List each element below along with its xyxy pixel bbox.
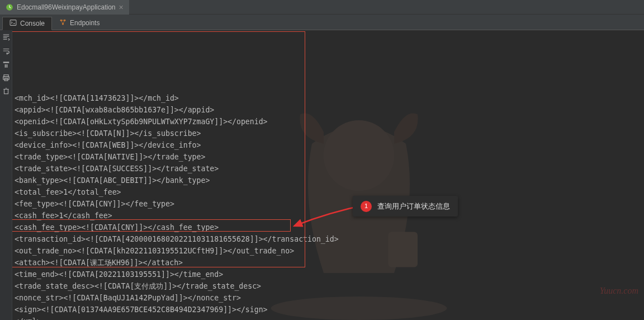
- tab-title: Edocmall96WeixinpayApplication: [17, 3, 116, 11]
- xml-line: <attach><![CDATA[课工场KH96]]></attach>: [15, 257, 642, 269]
- xml-line: <appid><![CDATA[wxab8acb865bb1637e]]></a…: [15, 104, 642, 116]
- scroll-to-end-icon[interactable]: [2, 34, 10, 41]
- print-icon[interactable]: [2, 74, 10, 82]
- console-icon: [10, 19, 17, 28]
- xml-line: <nonce_str><![CDATA[BaqUJ1A142PupYad]]><…: [15, 292, 642, 304]
- xml-line: <bank_type><![CDATA[ABC_DEBIT]]></bank_t…: [15, 175, 642, 186]
- tab-console[interactable]: Console: [2, 17, 52, 30]
- file-tab[interactable]: Edocmall96WeixinpayApplication ×: [0, 0, 129, 15]
- xml-line: <out_trade_no><![CDATA[kh20221103195512U…: [15, 245, 642, 257]
- xml-line: <sign><![CDATA[01374AA9E657BCE452C8B494D…: [15, 304, 642, 316]
- tab-endpoints[interactable]: Endpoints: [52, 16, 107, 30]
- soft-wrap-icon[interactable]: [2, 47, 10, 55]
- svg-rect-1: [10, 20, 16, 26]
- svg-rect-7: [6, 64, 7, 68]
- xml-line: <trade_type><![CDATA[NATIVE]]></trade_ty…: [15, 151, 642, 163]
- tool-gutter: [0, 30, 12, 320]
- console-label: Console: [20, 20, 45, 27]
- annotation-badge: 1: [361, 201, 372, 212]
- xml-line: <fee_type><![CDATA[CNY]]></fee_type>: [15, 198, 642, 210]
- xml-line: <transaction_id><![CDATA[420000168020221…: [15, 233, 642, 245]
- watermark: Yuucn.com: [600, 285, 638, 297]
- xml-line: <device_info><![CDATA[WEB]]></device_inf…: [15, 139, 642, 151]
- clear-icon[interactable]: [2, 87, 10, 95]
- endpoints-icon: [59, 18, 67, 27]
- close-icon[interactable]: ×: [119, 3, 124, 11]
- svg-rect-5: [3, 62, 9, 63]
- console-output[interactable]: <mch_id><![CDATA[11473623]]></mch_id><ap…: [12, 30, 644, 320]
- xml-line: <cash_fee_type><![CDATA[CNY]]></cash_fee…: [15, 222, 642, 233]
- annotation-text: 查询用户订单状态信息: [377, 200, 450, 212]
- xml-line: <total_fee>1</total_fee>: [15, 186, 642, 198]
- xml-line: <trade_state><![CDATA[SUCCESS]]></trade_…: [15, 163, 642, 175]
- xml-line: <cash_fee>1</cash_fee>: [15, 210, 642, 222]
- file-tab-bar: Edocmall96WeixinpayApplication ×: [0, 0, 644, 15]
- svg-rect-6: [4, 64, 6, 68]
- xml-line: <openid><![CDATA[oHkLxtySp6b9NPULWTwXYP7…: [15, 116, 642, 128]
- xml-line: <time_end><![CDATA[20221103195551]]></ti…: [15, 269, 642, 280]
- xml-line: <trade_state_desc><![CDATA[支付成功]]></trad…: [15, 280, 642, 292]
- xml-line: </xml>: [15, 316, 642, 320]
- springboot-icon: [6, 3, 13, 11]
- svg-rect-11: [4, 90, 8, 94]
- filter-icon[interactable]: [2, 60, 10, 68]
- xml-line: <is_subscribe><![CDATA[N]]></is_subscrib…: [15, 128, 642, 139]
- tool-tabs: Console Endpoints: [0, 15, 644, 30]
- annotation-bubble: 1 查询用户订单状态信息: [353, 196, 458, 217]
- xml-line: <mch_id><![CDATA[11473623]]></mch_id>: [15, 92, 642, 104]
- endpoints-label: Endpoints: [70, 19, 100, 27]
